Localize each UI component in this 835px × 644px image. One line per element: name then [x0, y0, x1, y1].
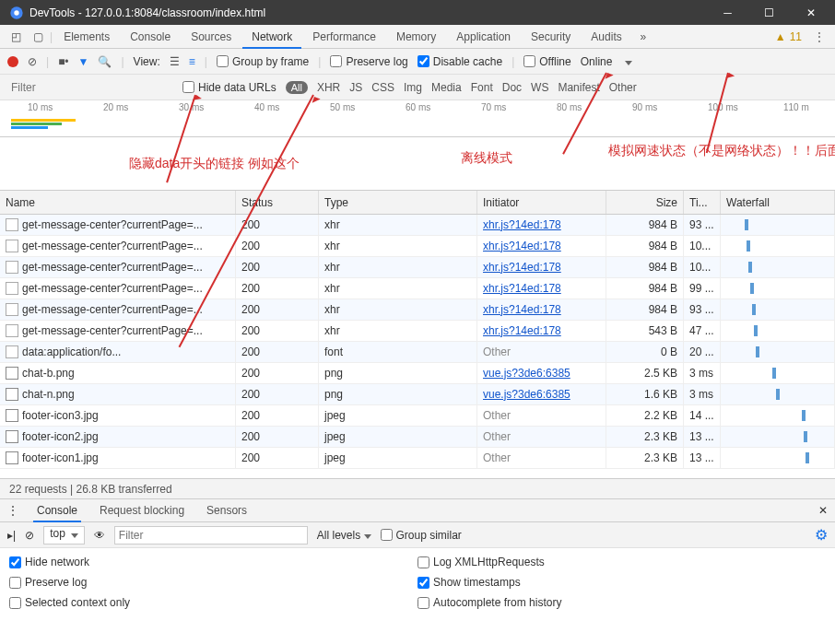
warnings-badge[interactable]: ▲ 11 [775, 30, 802, 43]
filter-type-other[interactable]: Other [609, 81, 637, 94]
drawer-tab-console[interactable]: Console [33, 498, 81, 522]
show-timestamps-checkbox[interactable]: Show timestamps [418, 576, 826, 589]
initiator-link[interactable]: xhr.js?14ed:178 [483, 303, 561, 316]
table-row[interactable]: footer-icon2.jpg200jpegOther2.3 KB13 ... [0, 427, 835, 448]
tab-memory[interactable]: Memory [387, 25, 445, 49]
filter-type-css[interactable]: CSS [371, 81, 394, 94]
tab-audits[interactable]: Audits [582, 25, 630, 49]
tab-performance[interactable]: Performance [303, 25, 385, 49]
initiator-link[interactable]: vue.js?3de6:6385 [483, 367, 570, 380]
settings-kebab-icon[interactable]: ⋮ [809, 30, 829, 43]
filter-type-js[interactable]: JS [349, 81, 362, 94]
camera-icon[interactable]: ■• [58, 55, 68, 68]
filter-type-manifest[interactable]: Manifest [558, 81, 599, 94]
tab-elements[interactable]: Elements [54, 25, 119, 49]
drawer-tab-sensors[interactable]: Sensors [203, 498, 251, 522]
table-row[interactable]: get-message-center?currentPage=...200xhr… [0, 278, 835, 299]
table-row[interactable]: get-message-center?currentPage=...200xhr… [0, 215, 835, 236]
table-row[interactable]: get-message-center?currentPage=...200xhr… [0, 299, 835, 321]
initiator-link[interactable]: xhr.js?14ed:178 [483, 218, 561, 231]
disable-cache-checkbox[interactable]: Disable cache [418, 55, 502, 68]
initiator-link[interactable]: xhr.js?14ed:178 [483, 282, 561, 295]
table-row[interactable]: data:application/fo...200fontOther0 B20 … [0, 342, 835, 363]
filter-type-font[interactable]: Font [471, 81, 493, 94]
large-rows-icon[interactable]: ☰ [170, 55, 180, 68]
minimize-button[interactable]: ─ [707, 0, 748, 25]
col-name[interactable]: Name [0, 191, 236, 214]
search-icon[interactable]: 🔍 [98, 55, 112, 68]
cell-type: xhr [319, 236, 477, 257]
close-button[interactable]: ✕ [790, 0, 831, 25]
table-row[interactable]: footer-icon3.jpg200jpegOther2.2 KB14 ... [0, 405, 835, 427]
table-row[interactable]: get-message-center?currentPage=...200xhr… [0, 236, 835, 257]
drawer-tab-request-blocking[interactable]: Request blocking [96, 498, 188, 522]
initiator-link[interactable]: xhr.js?14ed:178 [483, 240, 561, 252]
console-settings-gear-icon[interactable]: ⚙ [815, 526, 828, 544]
col-time[interactable]: Ti... [684, 191, 721, 214]
drawer-kebab-icon[interactable]: ⋮ [7, 504, 18, 517]
console-clear-icon[interactable]: ⊘ [25, 529, 34, 542]
tab-security[interactable]: Security [522, 25, 580, 49]
filter-type-ws[interactable]: WS [531, 81, 548, 94]
maximize-button[interactable]: ☐ [748, 0, 790, 25]
timeline-overview[interactable]: 10 ms20 ms30 ms40 ms50 ms60 ms70 ms80 ms… [0, 100, 835, 137]
col-status[interactable]: Status [236, 191, 319, 214]
hide-network-checkbox[interactable]: Hide network [9, 556, 418, 568]
hide-data-urls-checkbox[interactable]: Hide data URLs [182, 81, 276, 94]
table-row[interactable]: chat-b.png200pngvue.js?3de6:63852.5 KB3 … [0, 363, 835, 384]
filter-icon[interactable]: ▼ [78, 55, 89, 68]
throttling-select[interactable]: Online [581, 55, 632, 68]
offline-checkbox[interactable]: Offline [523, 55, 570, 68]
annotation-1: 隐藏data开头的链接 例如这个 [129, 156, 300, 172]
group-by-frame-checkbox[interactable]: Group by frame [217, 55, 309, 68]
filter-type-all[interactable]: All [286, 81, 308, 94]
console-preserve-log-checkbox[interactable]: Preserve log [9, 576, 418, 589]
selected-context-checkbox[interactable]: Selected context only [9, 596, 418, 609]
table-row[interactable]: chat-n.png200pngvue.js?3de6:63851.6 KB3 … [0, 384, 835, 405]
initiator-link[interactable]: vue.js?3de6:6385 [483, 388, 570, 401]
autocomplete-history-checkbox[interactable]: Autocomplete from history [418, 596, 826, 609]
cell-time: 3 ms [684, 363, 721, 384]
tab-application[interactable]: Application [447, 25, 520, 49]
tab-sources[interactable]: Sources [182, 25, 241, 49]
initiator-link[interactable]: xhr.js?14ed:178 [483, 324, 561, 337]
console-context-select[interactable]: top [43, 526, 85, 544]
console-eye-icon[interactable]: 👁 [94, 529, 105, 542]
filter-type-doc[interactable]: Doc [502, 81, 522, 94]
preserve-log-checkbox[interactable]: Preserve log [330, 55, 407, 68]
filter-type-media[interactable]: Media [431, 81, 462, 94]
device-toggle-icon[interactable]: ▢ [28, 30, 48, 43]
col-type[interactable]: Type [319, 191, 477, 214]
table-row[interactable]: footer-icon1.jpg200jpegOther2.3 KB13 ... [0, 448, 835, 469]
waterfall-view-icon[interactable]: ≡ [189, 55, 195, 68]
console-sidebar-toggle-icon[interactable]: ▸| [7, 529, 16, 542]
filter-type-img[interactable]: Img [404, 81, 422, 94]
col-waterfall[interactable]: Waterfall [721, 191, 835, 214]
cell-size: 984 B [606, 278, 684, 299]
initiator-link[interactable]: xhr.js?14ed:178 [483, 261, 561, 274]
group-similar-checkbox[interactable]: Group similar [381, 529, 462, 542]
cell-size: 1.6 KB [606, 384, 684, 405]
drawer-close-icon[interactable]: ✕ [818, 504, 828, 517]
cell-waterfall [721, 215, 835, 236]
filter-input[interactable] [7, 78, 173, 97]
record-button[interactable] [7, 56, 18, 67]
cell-waterfall [721, 427, 835, 448]
inspect-icon[interactable]: ◰ [6, 30, 26, 43]
filter-type-xhr[interactable]: XHR [317, 81, 340, 94]
more-tabs-icon[interactable]: » [633, 30, 653, 43]
cell-status: 200 [236, 278, 319, 299]
col-initiator[interactable]: Initiator [477, 191, 606, 214]
col-size[interactable]: Size [606, 191, 684, 214]
chrome-icon [9, 6, 24, 20]
log-xhr-checkbox[interactable]: Log XMLHttpRequests [418, 556, 826, 568]
console-levels-select[interactable]: All levels [317, 529, 371, 542]
clear-icon[interactable]: ⊘ [28, 55, 37, 68]
table-row[interactable]: get-message-center?currentPage=...200xhr… [0, 257, 835, 278]
tab-network[interactable]: Network [242, 25, 301, 49]
tab-console[interactable]: Console [121, 25, 180, 49]
console-filter-input[interactable] [114, 526, 308, 544]
table-row[interactable]: get-message-center?currentPage=...200xhr… [0, 321, 835, 342]
requests-table-body[interactable]: get-message-center?currentPage=...200xhr… [0, 215, 835, 478]
cell-initiator: Other [477, 342, 606, 363]
